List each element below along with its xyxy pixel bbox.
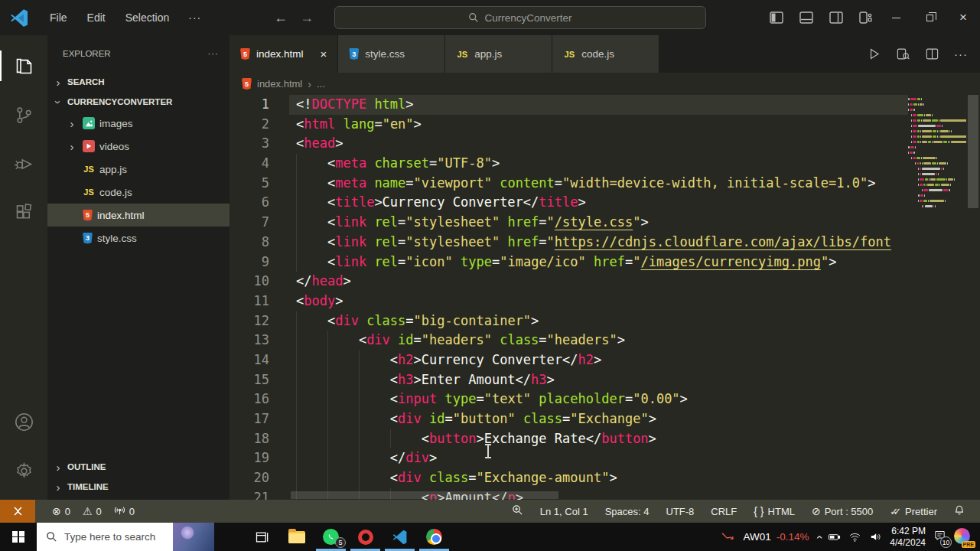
status-left-0[interactable]: 0 [108,504,141,518]
scrollbar-thumb[interactable] [968,95,978,208]
line-content[interactable]: <link rel="icon" type="image/ico" href="… [289,253,908,272]
tab-index.html[interactable]: 5index.html× [230,35,338,73]
file-item-videos[interactable]: ›videos [47,135,230,158]
code-lines[interactable]: 1<!DOCTYPE html>2<html lang="en">3<head>… [230,95,908,500]
tab-code.js[interactable]: JScode.js [552,35,659,73]
status-right-ln-1-col-1[interactable]: Ln 1, Col 1 [534,506,594,517]
more-actions-icon[interactable]: ··· [954,47,968,60]
toggle-sidebar-icon[interactable] [770,11,783,24]
minimize-button[interactable] [879,0,913,35]
file-item-code.js[interactable]: JScode.js [47,181,230,204]
open-preview-icon[interactable] [896,47,910,61]
code-line[interactable]: 3<head> [230,134,908,154]
start-button[interactable] [0,523,37,551]
vscode-button[interactable] [383,523,417,551]
code-line[interactable]: 19 </div> [230,448,908,468]
code-line[interactable]: 6 <title>Currency Converter</title> [230,193,908,213]
line-content[interactable]: <link rel="stylesheet" href="/style.css"… [289,213,908,233]
line-content[interactable]: <button>Exchange Rate</button> [289,429,908,449]
menu-edit[interactable]: Edit [77,11,116,24]
close-button[interactable]: × [946,0,980,35]
preview-app-button[interactable]: PRE [954,528,972,546]
code-line[interactable]: 4 <meta charset="UTF-8"> [230,154,908,174]
breadcrumb-file[interactable]: index.html [257,78,302,90]
section-search[interactable]: › SEARCH [47,72,230,92]
line-content[interactable]: <div id="headers" class="headers"> [289,331,908,350]
line-content[interactable]: <h2>Currency Converter</h2> [289,350,908,370]
forward-arrow-icon[interactable]: → [300,10,314,26]
code-line[interactable]: 13 <div id="headers" class="headers"> [230,331,908,350]
status-right-html[interactable]: { }HTML [747,505,801,517]
code-editor[interactable]: 1<!DOCTYPE html>2<html lang="en">3<head>… [230,95,980,500]
toggle-panel-icon[interactable] [799,11,813,24]
code-line[interactable]: 14 <h2>Currency Converter</h2> [230,350,908,370]
line-content[interactable]: <html lang="en"> [289,115,908,135]
status-right-crlf[interactable]: CRLF [705,506,743,517]
code-line[interactable]: 18 <button>Exchange Rate</button> [230,429,908,449]
code-line[interactable]: 20 <div class="Exchange-amount"> [230,468,908,488]
line-content[interactable]: <link rel="stylesheet" href="https://cdn… [289,233,908,253]
status-left-0[interactable]: ⚠0 [77,505,108,517]
file-item-style.css[interactable]: 3style.css [47,227,230,249]
tab-style.css[interactable]: 3style.css [338,35,445,73]
status-right-bell[interactable] [948,504,971,518]
line-content[interactable]: <head> [289,134,908,154]
line-content[interactable]: <meta charset="UTF-8"> [289,154,908,174]
status-right-port-5500[interactable]: ⊘Port : 5500 [806,505,879,517]
file-explorer-button[interactable] [279,523,314,551]
restore-button[interactable] [913,0,946,35]
source-control-icon[interactable] [0,95,47,135]
code-line[interactable]: 17 <div id="button" class="Exchange"> [230,409,908,429]
explorer-icon[interactable] [0,46,47,86]
code-line[interactable]: 2<html lang="en"> [230,115,908,135]
remote-indicator[interactable] [0,500,35,523]
toggle-secondary-sidebar-icon[interactable] [829,11,843,24]
line-content[interactable]: <!DOCTYPE html> [289,95,908,115]
minimap[interactable] [908,95,966,500]
tray-expand-icon[interactable]: › [812,535,825,539]
code-line[interactable]: 12 <div class="big-container"> [230,311,908,331]
tab-app.js[interactable]: JSapp.js [445,35,552,73]
stock-ticker[interactable]: AW01 -0.14% [744,531,809,543]
menu-selection[interactable]: Selection [116,11,180,24]
menubar-overflow-button[interactable]: ··· [179,11,210,24]
account-icon[interactable] [0,402,47,442]
opera-button[interactable] [348,523,383,551]
breadcrumb[interactable]: 5 index.html › ... [230,73,980,95]
line-content[interactable]: </div> [289,448,908,468]
code-line[interactable]: 9 <link rel="icon" type="image/ico" href… [230,253,908,272]
battery-icon[interactable] [828,530,841,543]
file-item-app.js[interactable]: JSapp.js [47,158,230,181]
code-line[interactable]: 10</head> [230,272,908,292]
menu-file[interactable]: File [40,11,77,24]
code-line[interactable]: 15 <h3>Enter Amount</h3> [230,370,908,390]
vertical-scrollbar[interactable] [966,95,980,500]
code-line[interactable]: 5 <meta name="viewport" content="width=d… [230,174,908,194]
code-line[interactable]: 1<!DOCTYPE html> [230,95,908,115]
settings-gear-icon[interactable] [0,451,47,491]
run-button-icon[interactable] [867,47,881,61]
run-debug-icon[interactable] [0,144,47,184]
line-content[interactable]: <div class="Exchange-amount"> [289,468,908,488]
status-right-prettier[interactable]: ✓✓Prettier [884,506,943,517]
back-arrow-icon[interactable]: ← [274,10,288,26]
section-folder[interactable]: › CURRENCYCONVERTER [47,92,230,112]
line-content[interactable]: <div class="big-container"> [289,311,908,331]
whatsapp-button[interactable]: 5 [314,523,348,551]
line-content[interactable]: <meta name="viewport" content="width=dev… [289,174,908,194]
status-right-spaces-4[interactable]: Spaces: 4 [599,506,656,517]
section-outline[interactable]: › OUTLINE [47,457,230,477]
file-item-images[interactable]: ›images [47,112,230,135]
extensions-icon[interactable] [0,193,47,233]
section-timeline[interactable]: › TIMELINE [47,477,230,497]
chrome-button[interactable] [417,523,451,551]
line-content[interactable]: <body> [289,292,908,311]
status-left-0[interactable]: ⊗0 [46,505,77,517]
speaker-icon[interactable] [869,530,882,543]
breadcrumb-more[interactable]: ... [317,78,325,90]
line-content[interactable]: <h3>Enter Amount</h3> [289,370,908,390]
line-content[interactable]: </head> [289,272,908,292]
notification-center-button[interactable]: 10 [933,529,946,545]
line-content[interactable]: <input type="text" placeholder="0.00"> [289,390,908,409]
status-right-zoom-in[interactable] [506,504,529,518]
